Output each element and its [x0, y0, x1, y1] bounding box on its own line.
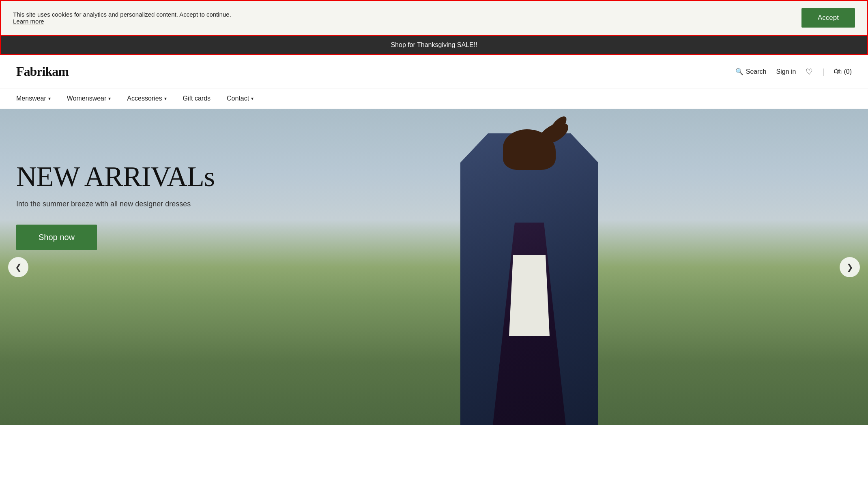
chevron-down-icon: ▾ [251, 96, 254, 101]
hero-section: NEW ARRIVALs Into the summer breeze with… [0, 109, 868, 425]
shirt [509, 255, 550, 336]
learn-more-link[interactable]: Learn more [13, 18, 44, 25]
nav-label-menswear: Menswear [16, 95, 46, 102]
nav-label-womenswear: Womenswear [67, 95, 107, 102]
cookie-banner: This site uses cookies for analytics and… [0, 0, 868, 36]
nav-item-womenswear[interactable]: Womenswear ▾ [67, 95, 111, 102]
header-divider: | [823, 67, 824, 76]
nav-label-accessories: Accessories [127, 95, 162, 102]
chevron-down-icon: ▾ [108, 96, 111, 101]
search-label: Search [746, 68, 767, 75]
nav-item-gift-cards[interactable]: Gift cards [183, 95, 211, 102]
search-icon: 🔍 [735, 68, 743, 75]
cart-icon: 🛍 [834, 67, 842, 76]
hero-figure [408, 109, 651, 425]
sale-banner: Shop for Thanksgiving SALE!! [0, 36, 868, 55]
sale-banner-text: Shop for Thanksgiving SALE!! [391, 41, 477, 48]
cookie-message: This site uses cookies for analytics and… [13, 11, 231, 25]
nav-label-contact: Contact [227, 95, 249, 102]
hero-title: NEW ARRIVALs [16, 162, 215, 192]
hero-content: NEW ARRIVALs Into the summer breeze with… [16, 162, 215, 250]
signin-button[interactable]: Sign in [776, 68, 796, 75]
nav-label-gift-cards: Gift cards [183, 95, 211, 102]
chevron-down-icon: ▾ [48, 96, 51, 101]
site-header: Fabrikam 🔍 Search Sign in ♡ | 🛍 (0) [0, 55, 868, 88]
chevron-down-icon: ▾ [164, 96, 167, 101]
site-logo[interactable]: Fabrikam [16, 64, 69, 79]
wishlist-icon[interactable]: ♡ [806, 67, 813, 77]
search-button[interactable]: 🔍 Search [735, 68, 767, 75]
carousel-next-button[interactable]: ❯ [840, 257, 860, 277]
main-nav: Menswear ▾ Womenswear ▾ Accessories ▾ Gi… [0, 88, 868, 109]
accept-button[interactable]: Accept [801, 8, 855, 28]
carousel-prev-button[interactable]: ❮ [8, 257, 28, 277]
cookie-text-content: This site uses cookies for analytics and… [13, 11, 231, 18]
hero-subtitle: Into the summer breeze with all new desi… [16, 200, 215, 208]
shop-now-button[interactable]: Shop now [16, 225, 97, 250]
nav-item-contact[interactable]: Contact ▾ [227, 95, 254, 102]
nav-item-accessories[interactable]: Accessories ▾ [127, 95, 166, 102]
nav-item-menswear[interactable]: Menswear ▾ [16, 95, 51, 102]
cart-count: (0) [844, 68, 852, 75]
header-actions: 🔍 Search Sign in ♡ | 🛍 (0) [735, 67, 852, 77]
cart-button[interactable]: 🛍 (0) [834, 67, 852, 76]
